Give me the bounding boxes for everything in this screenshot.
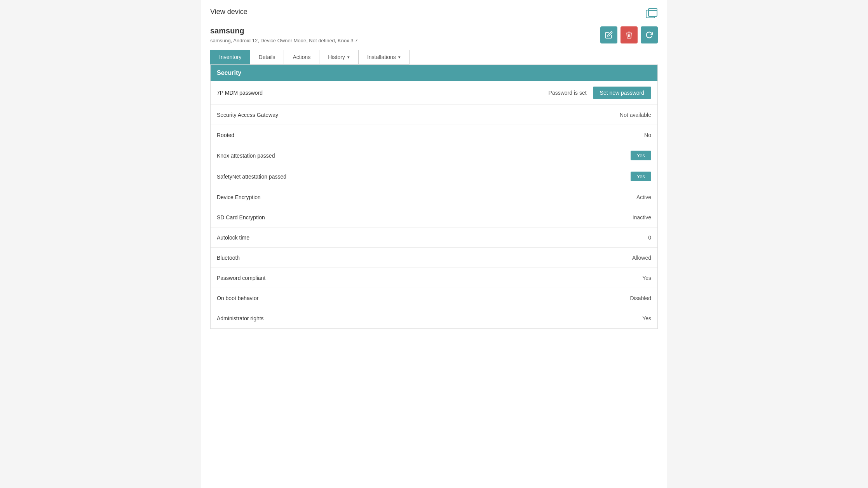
table-row: Password compliant Yes: [211, 268, 657, 288]
table-row: Device Encryption Active: [211, 187, 657, 207]
row-label-sd-card-encryption: SD Card Encryption: [217, 214, 265, 221]
tab-bar: Inventory Details Actions History ▾ Inst…: [210, 50, 658, 64]
row-label-autolock: Autolock time: [217, 234, 249, 241]
content-area: Security 7P MDM password Password is set…: [210, 64, 658, 329]
row-label-password-compliant: Password compliant: [217, 275, 265, 281]
row-label-bluetooth: Bluetooth: [217, 255, 240, 261]
table-row: SafetyNet attestation passed Yes: [211, 166, 657, 187]
security-section-header: Security: [211, 65, 657, 81]
row-label-mdm-password: 7P MDM password: [217, 90, 263, 96]
device-subtitle: samsung, Android 12, Device Owner Mode, …: [210, 38, 600, 43]
page-title: View device: [210, 8, 248, 16]
table-row: 7P MDM password Password is set Set new …: [211, 81, 657, 105]
device-name: samsung: [210, 26, 600, 35]
row-label-device-encryption: Device Encryption: [217, 194, 261, 200]
window-icon: [645, 8, 658, 20]
table-row: On boot behavior Disabled: [211, 288, 657, 308]
edit-button[interactable]: [600, 26, 617, 43]
table-row: SD Card Encryption Inactive: [211, 207, 657, 228]
row-label-safetynet: SafetyNet attestation passed: [217, 174, 286, 180]
table-row: Administrator rights Yes: [211, 308, 657, 328]
table-row: Security Access Gateway Not available: [211, 105, 657, 125]
table-row: Autolock time 0: [211, 228, 657, 248]
badge-knox-yes: Yes: [631, 151, 651, 160]
row-label-rooted: Rooted: [217, 132, 234, 138]
svg-rect-1: [648, 9, 657, 16]
delete-button[interactable]: [620, 26, 638, 43]
refresh-button[interactable]: [641, 26, 658, 43]
history-caret-icon: ▾: [347, 55, 350, 60]
badge-safetynet-yes: Yes: [631, 172, 651, 181]
table-row: Rooted No: [211, 125, 657, 145]
row-label-on-boot-behavior: On boot behavior: [217, 295, 258, 301]
tab-actions[interactable]: Actions: [284, 50, 319, 64]
tab-history[interactable]: History ▾: [319, 50, 358, 64]
tab-inventory[interactable]: Inventory: [210, 50, 250, 64]
tab-details[interactable]: Details: [250, 50, 284, 64]
row-label-security-access-gateway: Security Access Gateway: [217, 112, 278, 118]
row-value-mdm-password: Password is set Set new password: [549, 87, 651, 99]
row-label-knox-attestation: Knox attestation passed: [217, 153, 275, 159]
table-row: Bluetooth Allowed: [211, 248, 657, 268]
set-new-password-button[interactable]: Set new password: [593, 87, 651, 99]
table-row: Knox attestation passed Yes: [211, 145, 657, 166]
installations-caret-icon: ▾: [398, 55, 401, 60]
tab-installations[interactable]: Installations ▾: [358, 50, 410, 64]
row-label-admin-rights: Administrator rights: [217, 315, 264, 321]
